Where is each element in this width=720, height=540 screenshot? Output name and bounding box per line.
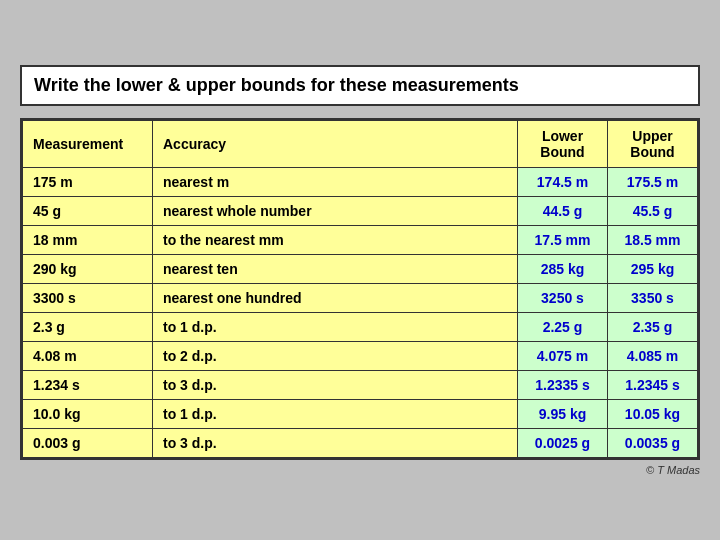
cell-lower-6: 4.075 m: [518, 341, 608, 370]
cell-upper-9: 0.0035 g: [608, 428, 698, 457]
cell-accuracy-0: nearest m: [153, 167, 518, 196]
cell-accuracy-2: to the nearest mm: [153, 225, 518, 254]
table-row: 4.08 mto 2 d.p.4.075 m4.085 m: [23, 341, 698, 370]
cell-measurement-4: 3300 s: [23, 283, 153, 312]
cell-lower-4: 3250 s: [518, 283, 608, 312]
table-row: 10.0 kgto 1 d.p.9.95 kg10.05 kg: [23, 399, 698, 428]
page-title: Write the lower & upper bounds for these…: [20, 65, 700, 106]
cell-lower-7: 1.2335 s: [518, 370, 608, 399]
header-lower-bound: Lower Bound: [518, 120, 608, 167]
cell-measurement-0: 175 m: [23, 167, 153, 196]
bounds-table: Measurement Accuracy Lower Bound Upper B…: [22, 120, 698, 458]
table-row: 0.003 gto 3 d.p.0.0025 g0.0035 g: [23, 428, 698, 457]
cell-lower-5: 2.25 g: [518, 312, 608, 341]
table-row: 3300 snearest one hundred3250 s3350 s: [23, 283, 698, 312]
cell-upper-7: 1.2345 s: [608, 370, 698, 399]
cell-accuracy-8: to 1 d.p.: [153, 399, 518, 428]
page-container: Write the lower & upper bounds for these…: [10, 55, 710, 486]
cell-accuracy-5: to 1 d.p.: [153, 312, 518, 341]
cell-upper-0: 175.5 m: [608, 167, 698, 196]
cell-accuracy-3: nearest ten: [153, 254, 518, 283]
cell-upper-2: 18.5 mm: [608, 225, 698, 254]
cell-lower-0: 174.5 m: [518, 167, 608, 196]
cell-measurement-5: 2.3 g: [23, 312, 153, 341]
table-row: 1.234 sto 3 d.p.1.2335 s1.2345 s: [23, 370, 698, 399]
cell-accuracy-6: to 2 d.p.: [153, 341, 518, 370]
header-upper-bound: Upper Bound: [608, 120, 698, 167]
cell-accuracy-4: nearest one hundred: [153, 283, 518, 312]
copyright-text: © T Madas: [20, 464, 700, 476]
header-accuracy: Accuracy: [153, 120, 518, 167]
cell-lower-8: 9.95 kg: [518, 399, 608, 428]
table-row: 18 mmto the nearest mm17.5 mm18.5 mm: [23, 225, 698, 254]
cell-lower-1: 44.5 g: [518, 196, 608, 225]
cell-measurement-7: 1.234 s: [23, 370, 153, 399]
cell-measurement-3: 290 kg: [23, 254, 153, 283]
cell-accuracy-9: to 3 d.p.: [153, 428, 518, 457]
cell-lower-2: 17.5 mm: [518, 225, 608, 254]
table-row: 45 gnearest whole number44.5 g45.5 g: [23, 196, 698, 225]
cell-upper-1: 45.5 g: [608, 196, 698, 225]
cell-measurement-2: 18 mm: [23, 225, 153, 254]
cell-lower-3: 285 kg: [518, 254, 608, 283]
cell-accuracy-1: nearest whole number: [153, 196, 518, 225]
table-header-row: Measurement Accuracy Lower Bound Upper B…: [23, 120, 698, 167]
table-row: 290 kgnearest ten285 kg295 kg: [23, 254, 698, 283]
table-row: 2.3 gto 1 d.p.2.25 g2.35 g: [23, 312, 698, 341]
cell-accuracy-7: to 3 d.p.: [153, 370, 518, 399]
cell-measurement-6: 4.08 m: [23, 341, 153, 370]
cell-measurement-9: 0.003 g: [23, 428, 153, 457]
cell-lower-9: 0.0025 g: [518, 428, 608, 457]
cell-measurement-8: 10.0 kg: [23, 399, 153, 428]
cell-upper-4: 3350 s: [608, 283, 698, 312]
table-row: 175 mnearest m174.5 m175.5 m: [23, 167, 698, 196]
table-body: 175 mnearest m174.5 m175.5 m45 gnearest …: [23, 167, 698, 457]
cell-upper-5: 2.35 g: [608, 312, 698, 341]
table-wrapper: Measurement Accuracy Lower Bound Upper B…: [20, 118, 700, 460]
cell-upper-8: 10.05 kg: [608, 399, 698, 428]
cell-measurement-1: 45 g: [23, 196, 153, 225]
cell-upper-3: 295 kg: [608, 254, 698, 283]
cell-upper-6: 4.085 m: [608, 341, 698, 370]
header-measurement: Measurement: [23, 120, 153, 167]
